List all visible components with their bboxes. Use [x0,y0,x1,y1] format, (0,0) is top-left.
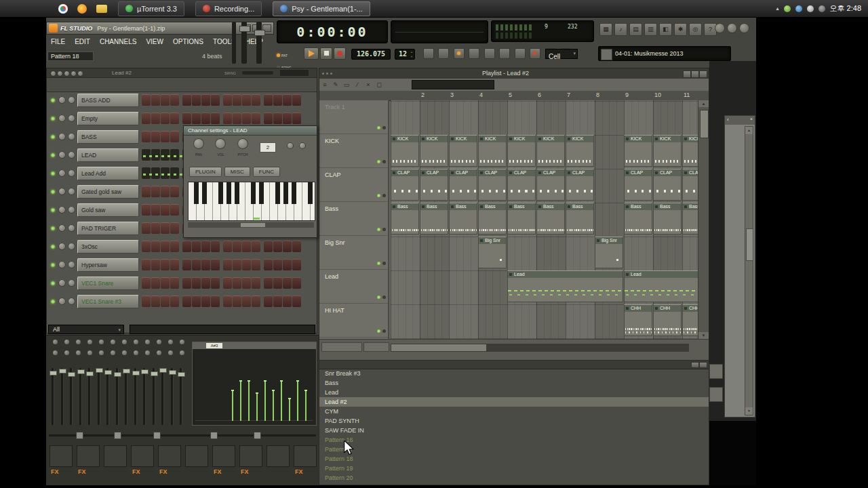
spinner-up-icon[interactable]: ▲▼ [410,49,413,59]
channel-pan-knob[interactable] [58,261,66,268]
pattern-list-item[interactable]: Lead #2 [319,397,709,407]
step-cell[interactable] [264,277,273,289]
channel-pan-knob[interactable] [58,169,66,177]
step-cell[interactable] [201,94,210,106]
tray-volume-icon[interactable] [807,5,814,12]
pattern-clip[interactable]: KICK [449,135,477,167]
channel-enable-led[interactable] [51,281,55,285]
pattern-clip[interactable]: Bass [682,203,699,235]
pitch-range-box[interactable]: 2 [260,142,276,152]
channel-pan-knob[interactable] [58,279,66,287]
step-cell[interactable] [192,241,201,252]
track-led-dim[interactable] [382,126,386,129]
channel-button[interactable]: VEC1 Snare #3 [77,295,139,308]
step-cell[interactable] [283,113,292,124]
track-led-dim[interactable] [382,160,386,163]
channel-button[interactable]: VEC1 Snare [77,277,139,290]
step-cell[interactable] [170,204,179,216]
step-cell[interactable] [151,204,160,216]
step-cell[interactable] [223,277,232,289]
loop-record-button[interactable] [438,48,449,59]
step-cell[interactable] [142,131,151,142]
step-cell[interactable] [223,259,232,270]
step-cell[interactable] [223,94,232,106]
channel-enable-led[interactable] [51,300,55,304]
playlist-bottom-box[interactable] [363,342,389,352]
channel-enable-led[interactable] [51,226,55,230]
step-cell[interactable] [292,277,301,289]
pattern-clip[interactable]: CLAP [478,169,507,201]
playlist-options-field[interactable] [412,80,494,89]
fader-handle[interactable] [151,371,158,376]
channel-pan-knob[interactable] [58,206,66,214]
pattern-list-item[interactable]: Bass [319,378,709,388]
step-cell[interactable] [264,241,273,252]
playlist-vscrollbar[interactable]: ▲ ▼ [698,100,709,339]
playlist-hscroll-thumb[interactable] [391,344,486,351]
taskbar-app-button[interactable]: Psy - Gentleman(1-... [273,1,370,16]
fader-handle[interactable] [104,370,112,375]
pattern-clip[interactable]: Bass [536,203,565,235]
tray-icon-blue[interactable] [795,5,802,12]
pattern-clip[interactable]: CLAP [536,169,565,201]
scroll-down-icon[interactable]: ▼ [745,407,753,415]
pattern-clip[interactable]: KICK [624,135,652,167]
settings-knob[interactable] [215,138,226,149]
menu-item[interactable]: OPTIONS [168,37,208,47]
settings-tab[interactable]: FUNC [253,167,280,177]
pattern-clip[interactable]: CLAP [653,169,682,201]
folder-icon[interactable] [96,5,107,13]
step-cell[interactable] [142,113,151,124]
playlist-track-header[interactable]: CLAP [319,168,388,202]
step-cell[interactable] [170,131,179,142]
channel-rack-icon[interactable]: ▦ [599,23,612,36]
step-cell[interactable] [223,113,232,124]
channel-enable-led[interactable] [51,153,55,157]
channel-pan-knob[interactable] [58,188,66,195]
pattern-list-item[interactable]: Pattern 20 [319,473,709,483]
pattern-list-item[interactable]: Pattern 18 [319,454,709,464]
step-cell[interactable] [233,259,241,270]
main-pitch-slider[interactable] [256,22,262,64]
pattern-clip[interactable]: Bass [507,203,536,235]
pattern-clip[interactable]: KICK [478,135,507,167]
pattern-list-item[interactable]: Pattern 16 [319,435,709,445]
step-cell[interactable] [252,113,260,124]
step-cell[interactable] [142,259,151,270]
step-cell[interactable] [292,241,301,252]
pattern-clip[interactable]: CLAP [682,169,699,201]
step-cell[interactable] [223,241,232,252]
wait-input-button[interactable] [469,48,479,59]
pattern-clip[interactable]: CLAP [420,169,448,201]
side-scroll-thumb[interactable] [746,228,753,261]
channel-button[interactable]: Gold saw [77,203,139,217]
channel-pan-knob[interactable] [58,151,66,159]
step-cell[interactable] [252,259,260,270]
playlist-ruler[interactable]: 234567891011 [319,91,709,101]
mixer-slider-handle[interactable] [254,432,261,439]
pattern-clip[interactable]: KICK [391,135,419,167]
step-cell[interactable] [192,296,201,307]
pattern-list-item[interactable]: CYM [319,407,709,416]
step-cell[interactable] [211,296,220,307]
step-cell[interactable] [273,241,282,252]
mixer-slot[interactable] [103,444,127,482]
pattern-list-button[interactable] [691,362,699,368]
step-cell[interactable] [292,113,301,124]
fader-handle[interactable] [96,368,103,373]
track-led-dim[interactable] [382,296,386,299]
playlist-track-header[interactable]: Bass [319,202,388,236]
step-cell[interactable] [273,113,282,124]
rack-header-button[interactable] [77,70,83,77]
extra-knob[interactable] [287,142,294,149]
paint-tool-icon[interactable]: ▭ [341,79,352,91]
overdub-button[interactable] [423,48,434,59]
playlist-titlebar[interactable]: Playlist - Lead #2 [319,68,709,79]
step-cell[interactable] [142,167,151,179]
channel-pan-knob[interactable] [58,298,66,305]
step-edit-button[interactable] [499,48,510,59]
pattern-clip[interactable]: Lead [507,270,623,302]
mixer-knob[interactable] [134,340,138,344]
step-cell[interactable] [142,94,151,106]
step-cell[interactable] [151,149,160,161]
